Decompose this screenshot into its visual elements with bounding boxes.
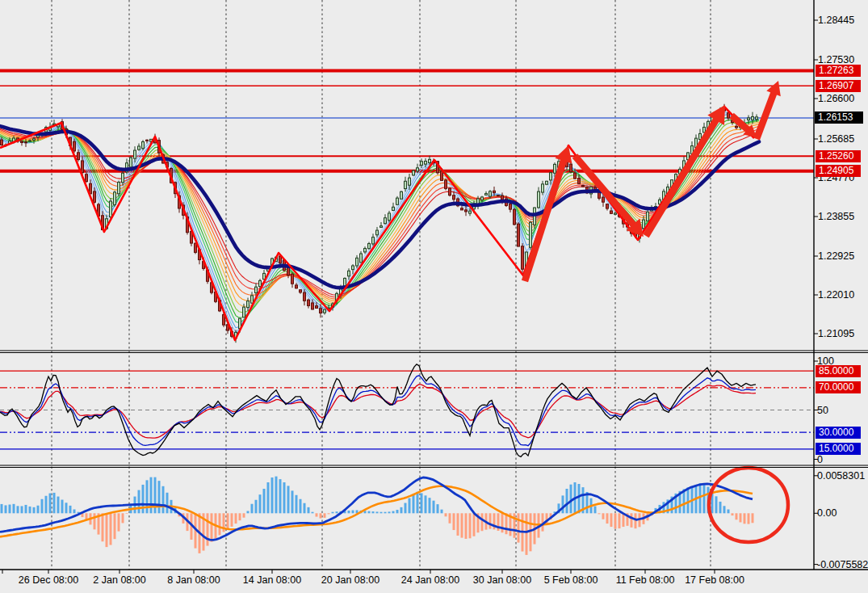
stoch-lines: [0, 364, 756, 457]
macd-lines: [0, 477, 753, 540]
zigzag-line[interactable]: [0, 107, 754, 340]
trading-chart-window: 1.26153 1.284451.275301.266001.256851.24…: [0, 0, 868, 593]
chart-canvas[interactable]: [0, 0, 868, 593]
macd-histogram: [1, 477, 754, 555]
candlesticks: [1, 104, 758, 343]
